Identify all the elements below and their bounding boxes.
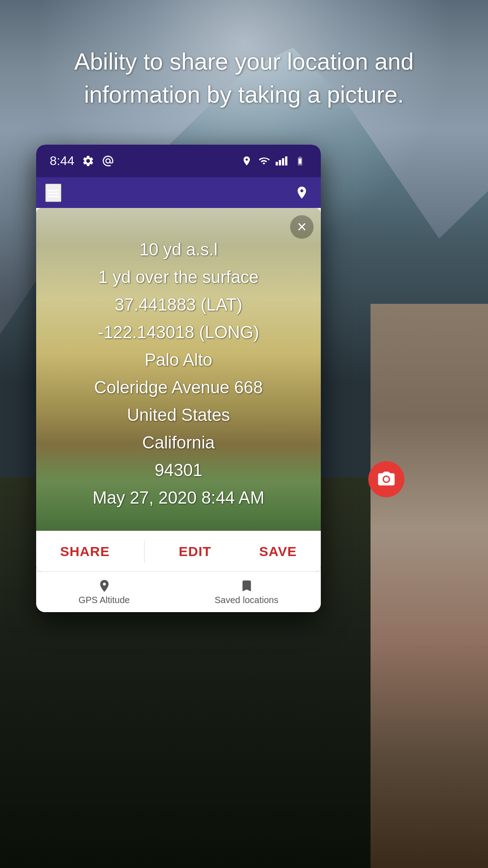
altitude-text: 10 yd a.s.l xyxy=(50,237,307,263)
status-bar: 8:44 xyxy=(36,145,321,177)
fab-button[interactable] xyxy=(368,461,404,497)
nav-gps-label: GPS Altitude xyxy=(79,595,130,605)
datetime-text: May 27, 2020 8:44 AM xyxy=(50,485,307,511)
share-button[interactable]: SHARE xyxy=(47,539,123,564)
bookmark-nav-icon xyxy=(239,579,254,593)
nav-saved-label: Saved locations xyxy=(215,595,278,605)
phone-mockup: 8:44 xyxy=(36,145,321,612)
latitude-text: 37.441883 (LAT) xyxy=(50,292,307,318)
close-dialog-button[interactable]: × xyxy=(290,215,314,239)
dialog-content: 10 yd a.s.l 1 yd over the surface 37.441… xyxy=(36,208,321,531)
svg-rect-0 xyxy=(299,159,301,164)
bottom-nav: GPS Altitude Saved locations xyxy=(36,571,321,612)
wifi-icon xyxy=(258,156,270,166)
altitude-nav-icon xyxy=(97,579,112,593)
at-icon xyxy=(102,155,114,167)
add-location-button[interactable] xyxy=(292,183,312,203)
zip-text: 94301 xyxy=(50,458,307,483)
state-text: California xyxy=(50,430,307,456)
tagline-text: Ability to share your location and infor… xyxy=(0,45,488,111)
dialog-action-bar: SHARE EDIT SAVE xyxy=(36,531,321,571)
battery-icon xyxy=(293,156,307,166)
divider xyxy=(144,540,145,563)
settings-icon xyxy=(82,155,94,167)
nav-gps-altitude[interactable]: GPS Altitude xyxy=(79,579,130,605)
edit-button[interactable]: EDIT xyxy=(165,539,225,564)
app-toolbar xyxy=(36,177,321,208)
city-text: Palo Alto xyxy=(50,347,307,373)
camera-icon xyxy=(377,470,395,488)
status-left: 8:44 xyxy=(50,154,114,168)
street-text: Coleridge Avenue 668 xyxy=(50,375,307,401)
signal-bars xyxy=(276,156,287,165)
nav-saved-locations[interactable]: Saved locations xyxy=(215,579,278,605)
hamburger-button[interactable] xyxy=(45,184,61,202)
longitude-text: -122.143018 (LONG) xyxy=(50,320,307,345)
status-right xyxy=(241,156,307,166)
save-button[interactable]: SAVE xyxy=(246,539,310,564)
status-time: 8:44 xyxy=(50,154,75,168)
country-text: United States xyxy=(50,402,307,428)
location-dialog: × 10 yd a.s.l 1 yd over the surface 37.4… xyxy=(36,208,321,571)
right-background xyxy=(371,304,488,868)
surface-height-text: 1 yd over the surface xyxy=(50,264,307,290)
location-icon xyxy=(241,156,252,166)
